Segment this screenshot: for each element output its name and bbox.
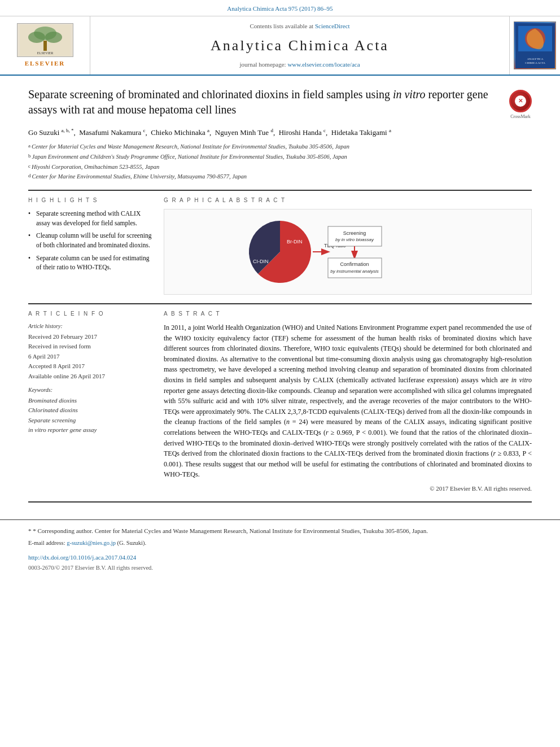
revised-date: 6 April 2017 xyxy=(28,352,152,361)
journal-header-right: ANALYTICA CHIMICA ACTA xyxy=(509,16,560,75)
graphical-abstract-column: G R A P H I C A L A B S T R A C T Br-DIN xyxy=(164,196,532,295)
highlights-list: Separate screening method with CALIX ass… xyxy=(28,209,152,272)
journal-top-bar: Analytica Chimica Acta 975 (2017) 86–95 xyxy=(0,0,560,16)
journal-title: Analytica Chimica Acta xyxy=(211,36,389,56)
received-revised-label: Received in revised form xyxy=(28,342,152,351)
svg-rect-4 xyxy=(43,41,47,51)
affil-text-b: Japan Environment and Children's Study P… xyxy=(32,152,347,161)
section-divider-3 xyxy=(28,501,532,503)
keywords-title: Keywords: xyxy=(28,386,152,394)
svg-text:ANALYTICA: ANALYTICA xyxy=(527,58,543,60)
crossmark-label: CrossMark xyxy=(509,113,532,120)
affil-text-c: Hiyoshi Corporation, Omihachiman 523-855… xyxy=(32,163,159,172)
crossmark-inner: ✕ xyxy=(515,95,526,107)
keyword-1: Brominated dioxins xyxy=(28,396,152,405)
affil-sup-d: d xyxy=(28,172,31,181)
article-info-column: A R T I C L E I N F O Article history: R… xyxy=(28,310,152,493)
graphical-abstract-image: Br-DIN CI-DIN xyxy=(164,209,532,295)
contents-available: Contents lists available at ScienceDirec… xyxy=(250,22,349,30)
homepage-link[interactable]: www.elsevier.com/locate/aca xyxy=(287,61,360,68)
elsevier-logo-art: ELSEVIER xyxy=(17,23,73,57)
abstract-text: In 2011, a joint World Health Organizati… xyxy=(164,322,532,480)
email-note: E-mail address: g-suzuki@nies.go.jp (G. … xyxy=(28,539,532,547)
sciencedirect-link[interactable]: ScienceDirect xyxy=(315,23,350,29)
article-authors: Go Suzuki a, b, *, Masafumi Nakamura c, … xyxy=(28,127,532,138)
article-info-label: A R T I C L E I N F O xyxy=(28,310,152,318)
accepted-date: Accepted 8 April 2017 xyxy=(28,362,152,370)
abstract-label: A B S T R A C T xyxy=(164,310,532,318)
affil-sup-b: b xyxy=(28,152,31,161)
svg-text:by in vitro bioassay: by in vitro bioassay xyxy=(335,237,374,242)
history-title: Article history: xyxy=(28,322,152,330)
svg-rect-15 xyxy=(328,226,382,246)
crossmark-circle: ✕ xyxy=(509,90,532,112)
highlights-label: H I G H L I G H T S xyxy=(28,196,152,204)
journal-cover-thumbnail: ANALYTICA CHIMICA ACTA xyxy=(514,21,556,69)
corresponding-author-note: * * Corresponding author. Center for Mat… xyxy=(28,527,532,536)
affil-sup-a: a xyxy=(28,142,30,151)
email-label: E-mail address: xyxy=(28,540,65,546)
svg-point-2 xyxy=(28,32,45,43)
affil-sup-c: c xyxy=(28,163,30,172)
keywords-section: Keywords: Brominated dioxins Chlorinated… xyxy=(28,386,152,435)
journal-homepage: journal homepage: www.elsevier.com/locat… xyxy=(239,60,360,69)
info-abstract-section: A R T I C L E I N F O Article history: R… xyxy=(28,310,532,493)
article-content: Separate screening of brominated and chl… xyxy=(0,76,560,519)
issn-line: 0003-2670/© 2017 Elsevier B.V. All right… xyxy=(28,564,532,573)
affil-text-a: Center for Material Cycles and Waste Man… xyxy=(32,142,349,151)
highlight-item-1: Separate screening method with CALIX ass… xyxy=(28,209,152,228)
graphical-abstract-label: G R A P H I C A L A B S T R A C T xyxy=(164,196,532,204)
ga-svg: Br-DIN CI-DIN xyxy=(240,215,455,289)
section-divider-2 xyxy=(28,303,532,304)
footer-links: http://dx.doi.org/10.1016/j.aca.2017.04.… xyxy=(28,553,532,562)
svg-text:by instrumental analysis: by instrumental analysis xyxy=(330,269,378,274)
svg-point-3 xyxy=(45,32,62,43)
article-history: Article history: Received 20 February 20… xyxy=(28,322,152,381)
abstract-column: A B S T R A C T In 2011, a joint World H… xyxy=(164,310,532,493)
elsevier-brand-text: ELSEVIER xyxy=(17,59,73,68)
svg-text:Br-DIN: Br-DIN xyxy=(287,239,303,244)
page-wrapper: Analytica Chimica Acta 975 (2017) 86–95 … xyxy=(0,0,560,577)
email-suffix: (G. Suzuki). xyxy=(117,540,147,546)
highlights-graphical-section: H I G H L I G H T S Separate screening m… xyxy=(28,196,532,295)
journal-header-center: Contents lists available at ScienceDirec… xyxy=(90,16,509,75)
journal-header-left: ELSEVIER ELSEVIER xyxy=(0,16,90,75)
affil-text-d: Center for Marine Environmental Studies,… xyxy=(32,172,247,181)
email-link[interactable]: g-suzuki@nies.go.jp xyxy=(67,540,116,546)
copyright-line: © 2017 Elsevier B.V. All rights reserved… xyxy=(164,484,532,493)
highlights-column: H I G H L I G H T S Separate screening m… xyxy=(28,196,152,295)
title-italic: in vitro xyxy=(393,88,426,101)
affil-item-d: d Center for Marine Environmental Studie… xyxy=(28,172,532,181)
available-date: Available online 26 April 2017 xyxy=(28,372,152,381)
highlight-item-2: Cleanup column will be useful for screen… xyxy=(28,231,152,250)
affiliations: a Center for Material Cycles and Waste M… xyxy=(28,142,532,181)
affil-item-b: b Japan Environment and Children's Study… xyxy=(28,152,532,161)
star-symbol: * xyxy=(28,527,33,534)
section-divider-1 xyxy=(28,190,532,191)
svg-text:CHIMICA ACTA: CHIMICA ACTA xyxy=(525,62,545,64)
crossmark-badge[interactable]: ✕ CrossMark xyxy=(509,90,532,120)
received-date: Received 20 February 2017 xyxy=(28,333,152,341)
highlight-item-3: Separate column can be used for estimati… xyxy=(28,254,152,272)
article-title: Separate screening of brominated and chl… xyxy=(28,87,501,117)
svg-text:Screening: Screening xyxy=(343,230,366,236)
svg-text:ELSEVIER: ELSEVIER xyxy=(37,51,53,55)
keyword-4: in vitro reporter gene assay xyxy=(28,426,152,434)
article-title-section: Separate screening of brominated and chl… xyxy=(28,87,532,120)
keyword-2: Chlorinated dioxins xyxy=(28,406,152,414)
svg-text:CI-DIN: CI-DIN xyxy=(253,259,269,264)
affil-item-c: c Hiyoshi Corporation, Omihachiman 523-8… xyxy=(28,163,532,172)
doi-link[interactable]: http://dx.doi.org/10.1016/j.aca.2017.04.… xyxy=(28,554,136,561)
svg-text:Confirmation: Confirmation xyxy=(340,261,369,267)
top-citation-link[interactable]: Analytica Chimica Acta 975 (2017) 86–95 xyxy=(227,5,333,12)
elsevier-logo: ELSEVIER ELSEVIER xyxy=(17,23,73,68)
keyword-3: Separate screening xyxy=(28,416,152,425)
affil-item-a: a Center for Material Cycles and Waste M… xyxy=(28,142,532,151)
journal-header: ELSEVIER ELSEVIER Contents lists availab… xyxy=(0,16,560,76)
article-footer: * * Corresponding author. Center for Mat… xyxy=(0,519,560,577)
